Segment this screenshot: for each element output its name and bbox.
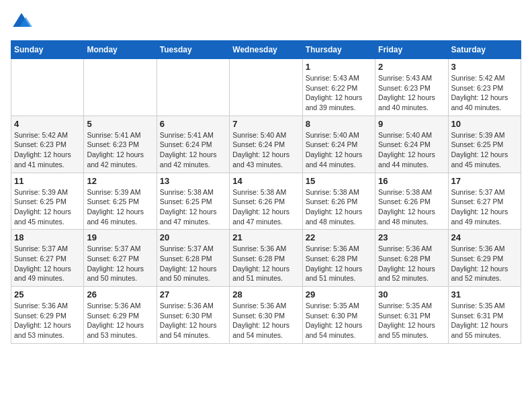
day-info: Sunrise: 5:43 AM Sunset: 6:22 PM Dayligh… xyxy=(306,73,372,113)
day-info: Sunrise: 5:36 AM Sunset: 6:29 PM Dayligh… xyxy=(87,301,153,340)
day-number: 12 xyxy=(87,176,153,186)
calendar-cell: 3Sunrise: 5:42 AM Sunset: 6:23 PM Daylig… xyxy=(448,59,521,116)
calendar-cell: 29Sunrise: 5:35 AM Sunset: 6:30 PM Dayli… xyxy=(302,287,375,344)
calendar-cell: 7Sunrise: 5:40 AM Sunset: 6:24 PM Daylig… xyxy=(230,116,302,173)
day-info: Sunrise: 5:39 AM Sunset: 6:25 PM Dayligh… xyxy=(87,187,153,227)
day-info: Sunrise: 5:35 AM Sunset: 6:31 PM Dayligh… xyxy=(451,301,518,340)
day-info: Sunrise: 5:42 AM Sunset: 6:23 PM Dayligh… xyxy=(451,73,518,113)
day-number: 3 xyxy=(451,62,518,72)
calendar-cell: 21Sunrise: 5:36 AM Sunset: 6:28 PM Dayli… xyxy=(230,230,302,287)
day-of-week-sunday: Sunday xyxy=(11,41,84,59)
day-info: Sunrise: 5:36 AM Sunset: 6:28 PM Dayligh… xyxy=(306,244,372,283)
calendar-cell: 25Sunrise: 5:36 AM Sunset: 6:29 PM Dayli… xyxy=(11,287,84,344)
day-info: Sunrise: 5:42 AM Sunset: 6:23 PM Dayligh… xyxy=(14,130,81,170)
calendar-cell: 22Sunrise: 5:36 AM Sunset: 6:28 PM Dayli… xyxy=(302,230,375,287)
day-number: 27 xyxy=(160,289,226,300)
day-of-week-tuesday: Tuesday xyxy=(157,41,229,59)
calendar-cell: 20Sunrise: 5:37 AM Sunset: 6:28 PM Dayli… xyxy=(157,230,229,287)
calendar-cell: 6Sunrise: 5:41 AM Sunset: 6:24 PM Daylig… xyxy=(157,116,229,173)
day-info: Sunrise: 5:40 AM Sunset: 6:24 PM Dayligh… xyxy=(378,130,445,170)
calendar-cell: 27Sunrise: 5:36 AM Sunset: 6:30 PM Dayli… xyxy=(157,287,229,344)
week-row-2: 11Sunrise: 5:39 AM Sunset: 6:25 PM Dayli… xyxy=(11,173,521,230)
calendar-cell: 1Sunrise: 5:43 AM Sunset: 6:22 PM Daylig… xyxy=(302,59,375,116)
calendar-cell: 12Sunrise: 5:39 AM Sunset: 6:25 PM Dayli… xyxy=(84,173,157,230)
day-number: 22 xyxy=(306,232,372,242)
calendar-cell: 24Sunrise: 5:36 AM Sunset: 6:29 PM Dayli… xyxy=(448,230,521,287)
day-number: 18 xyxy=(14,232,81,242)
calendar-cell xyxy=(11,59,84,116)
calendar-cell: 31Sunrise: 5:35 AM Sunset: 6:31 PM Dayli… xyxy=(448,287,521,344)
calendar-cell: 19Sunrise: 5:37 AM Sunset: 6:27 PM Dayli… xyxy=(84,230,157,287)
logo xyxy=(11,11,35,32)
day-number: 4 xyxy=(14,119,81,129)
day-number: 14 xyxy=(232,176,299,186)
day-info: Sunrise: 5:35 AM Sunset: 6:30 PM Dayligh… xyxy=(306,301,372,340)
days-of-week-row: SundayMondayTuesdayWednesdayThursdayFrid… xyxy=(11,41,521,59)
day-number: 1 xyxy=(306,62,372,72)
calendar-cell: 14Sunrise: 5:38 AM Sunset: 6:26 PM Dayli… xyxy=(230,173,302,230)
calendar-cell: 4Sunrise: 5:42 AM Sunset: 6:23 PM Daylig… xyxy=(11,116,84,173)
day-number: 21 xyxy=(232,232,299,242)
day-info: Sunrise: 5:41 AM Sunset: 6:24 PM Dayligh… xyxy=(160,130,226,170)
day-info: Sunrise: 5:36 AM Sunset: 6:29 PM Dayligh… xyxy=(451,244,518,283)
week-row-3: 18Sunrise: 5:37 AM Sunset: 6:27 PM Dayli… xyxy=(11,230,521,287)
day-number: 8 xyxy=(306,119,372,129)
day-number: 5 xyxy=(87,119,153,129)
day-of-week-wednesday: Wednesday xyxy=(230,41,302,59)
calendar-cell: 10Sunrise: 5:39 AM Sunset: 6:25 PM Dayli… xyxy=(448,116,521,173)
calendar-cell: 11Sunrise: 5:39 AM Sunset: 6:25 PM Dayli… xyxy=(11,173,84,230)
calendar-cell: 28Sunrise: 5:36 AM Sunset: 6:30 PM Dayli… xyxy=(230,287,302,344)
day-info: Sunrise: 5:38 AM Sunset: 6:26 PM Dayligh… xyxy=(232,187,299,227)
day-info: Sunrise: 5:39 AM Sunset: 6:25 PM Dayligh… xyxy=(451,130,518,170)
day-info: Sunrise: 5:36 AM Sunset: 6:30 PM Dayligh… xyxy=(232,301,299,340)
calendar-header: SundayMondayTuesdayWednesdayThursdayFrid… xyxy=(11,41,521,59)
day-number: 10 xyxy=(451,119,518,129)
day-info: Sunrise: 5:36 AM Sunset: 6:28 PM Dayligh… xyxy=(232,244,299,283)
calendar-cell: 18Sunrise: 5:37 AM Sunset: 6:27 PM Dayli… xyxy=(11,230,84,287)
day-number: 30 xyxy=(378,289,445,300)
day-info: Sunrise: 5:39 AM Sunset: 6:25 PM Dayligh… xyxy=(14,187,81,227)
day-of-week-saturday: Saturday xyxy=(448,41,521,59)
calendar-cell: 17Sunrise: 5:37 AM Sunset: 6:27 PM Dayli… xyxy=(448,173,521,230)
day-number: 9 xyxy=(378,119,445,129)
calendar-cell: 8Sunrise: 5:40 AM Sunset: 6:24 PM Daylig… xyxy=(302,116,375,173)
day-info: Sunrise: 5:36 AM Sunset: 6:28 PM Dayligh… xyxy=(378,244,445,283)
calendar-cell: 13Sunrise: 5:38 AM Sunset: 6:25 PM Dayli… xyxy=(157,173,229,230)
day-info: Sunrise: 5:40 AM Sunset: 6:24 PM Dayligh… xyxy=(232,130,299,170)
day-info: Sunrise: 5:37 AM Sunset: 6:27 PM Dayligh… xyxy=(87,244,153,283)
day-number: 28 xyxy=(232,289,299,300)
day-number: 11 xyxy=(14,176,81,186)
day-of-week-friday: Friday xyxy=(375,41,448,59)
calendar-cell xyxy=(84,59,157,116)
calendar-cell: 9Sunrise: 5:40 AM Sunset: 6:24 PM Daylig… xyxy=(375,116,448,173)
week-row-4: 25Sunrise: 5:36 AM Sunset: 6:29 PM Dayli… xyxy=(11,287,521,344)
day-number: 6 xyxy=(160,119,226,129)
day-number: 19 xyxy=(87,232,153,242)
day-number: 2 xyxy=(378,62,445,72)
day-info: Sunrise: 5:35 AM Sunset: 6:31 PM Dayligh… xyxy=(378,301,445,340)
day-info: Sunrise: 5:38 AM Sunset: 6:25 PM Dayligh… xyxy=(160,187,226,227)
day-number: 24 xyxy=(451,232,518,242)
day-number: 7 xyxy=(232,119,299,129)
day-info: Sunrise: 5:37 AM Sunset: 6:28 PM Dayligh… xyxy=(160,244,226,283)
calendar-cell: 2Sunrise: 5:43 AM Sunset: 6:23 PM Daylig… xyxy=(375,59,448,116)
logo-icon xyxy=(11,11,32,32)
calendar-cell xyxy=(230,59,302,116)
day-number: 13 xyxy=(160,176,226,186)
day-number: 25 xyxy=(14,289,81,300)
week-row-1: 4Sunrise: 5:42 AM Sunset: 6:23 PM Daylig… xyxy=(11,116,521,173)
day-number: 26 xyxy=(87,289,153,300)
day-number: 29 xyxy=(306,289,372,300)
calendar-body: 1Sunrise: 5:43 AM Sunset: 6:22 PM Daylig… xyxy=(11,59,521,344)
day-number: 23 xyxy=(378,232,445,242)
day-of-week-thursday: Thursday xyxy=(302,41,375,59)
day-number: 16 xyxy=(378,176,445,186)
calendar-cell: 23Sunrise: 5:36 AM Sunset: 6:28 PM Dayli… xyxy=(375,230,448,287)
calendar-cell xyxy=(157,59,229,116)
calendar-cell: 30Sunrise: 5:35 AM Sunset: 6:31 PM Dayli… xyxy=(375,287,448,344)
day-info: Sunrise: 5:41 AM Sunset: 6:23 PM Dayligh… xyxy=(87,130,153,170)
day-info: Sunrise: 5:36 AM Sunset: 6:30 PM Dayligh… xyxy=(160,301,226,340)
day-info: Sunrise: 5:38 AM Sunset: 6:26 PM Dayligh… xyxy=(378,187,445,227)
week-row-0: 1Sunrise: 5:43 AM Sunset: 6:22 PM Daylig… xyxy=(11,59,521,116)
day-info: Sunrise: 5:40 AM Sunset: 6:24 PM Dayligh… xyxy=(306,130,372,170)
